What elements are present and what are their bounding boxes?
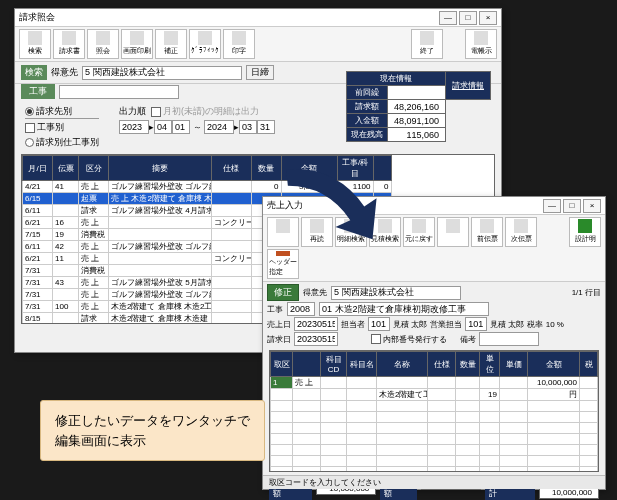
close-icon-2[interactable]: × xyxy=(583,199,601,213)
tb-graphic[interactable]: ｸﾞﾗﾌｨｯｸ xyxy=(189,29,221,59)
tb-print2[interactable]: 印字 xyxy=(223,29,255,59)
search-icon xyxy=(344,219,358,233)
col-header[interactable]: 仕様 xyxy=(211,156,251,181)
table-row[interactable] xyxy=(271,423,598,434)
callout-line2: 編集画面に表示 xyxy=(55,431,250,451)
filter-title: 請求先別 xyxy=(25,105,99,119)
titlebar-2[interactable]: 売上入力 — □ × xyxy=(263,197,605,215)
bill-date[interactable] xyxy=(294,332,338,346)
col-header[interactable]: 区分 xyxy=(79,156,109,181)
chk-output[interactable] xyxy=(151,107,161,117)
tb-invoice[interactable]: 請求書 xyxy=(53,29,85,59)
table-row[interactable] xyxy=(271,401,598,412)
tb2-reload[interactable]: 再読 xyxy=(301,217,333,247)
billing-link[interactable]: 請求情報 xyxy=(446,72,491,100)
radio-alt[interactable] xyxy=(25,138,34,147)
tb2-prev[interactable]: 前伝票 xyxy=(471,217,503,247)
customer-input[interactable] xyxy=(82,66,242,80)
sum-h1: 現在情報 xyxy=(346,72,445,86)
chk-billwork[interactable]: 請求別仕工事別 xyxy=(25,136,99,149)
sales-staff-code[interactable] xyxy=(465,317,487,331)
table-row[interactable] xyxy=(271,445,598,456)
table-row[interactable] xyxy=(271,434,598,445)
to-m[interactable] xyxy=(239,120,257,134)
col-header[interactable]: 数量 xyxy=(456,352,480,377)
status-bar-2: 取区コードを入力してください xyxy=(263,475,605,489)
tb-search[interactable]: 検索 xyxy=(19,29,51,59)
col-header[interactable]: 摘要 xyxy=(109,156,212,181)
tb-exit[interactable]: 終了 xyxy=(411,29,443,59)
attach-icon xyxy=(474,31,488,45)
edit-customer[interactable] xyxy=(331,286,461,300)
tb2-blank[interactable] xyxy=(267,217,299,247)
col-header[interactable]: 科目名 xyxy=(347,352,377,377)
table-row[interactable]: 1売 上10,000,000 xyxy=(271,377,598,389)
maximize-icon-2[interactable]: □ xyxy=(563,199,581,213)
to-y[interactable] xyxy=(204,120,234,134)
tb2-detailsearch[interactable]: 明細検索 xyxy=(335,217,367,247)
tb-edoc[interactable]: 電帳示 xyxy=(465,29,497,59)
edit-window: 売上入力 — □ × 再読 明細検索 見積検索 元に戻す 前伝票 次伝票 設計明… xyxy=(262,196,606,490)
to-d[interactable] xyxy=(257,120,275,134)
chk-internal[interactable] xyxy=(371,334,381,344)
tb2-design[interactable]: 設計明 xyxy=(569,217,601,247)
col-header[interactable]: 単位 xyxy=(480,352,500,377)
table-row[interactable]: 木造2階建て工事手打金19円 xyxy=(271,389,598,401)
col-header[interactable]: 取区 xyxy=(271,352,293,377)
work-name[interactable] xyxy=(319,302,489,316)
tb-print[interactable]: 画面印刷 xyxy=(121,29,153,59)
table-row[interactable]: 4/2141売 上ゴルフ練習場外壁改 ゴルフ練習場外壁改修工事05,500,00… xyxy=(23,181,494,193)
tb-inquiry[interactable]: 照会 xyxy=(87,29,119,59)
callout-line1: 修正したいデータをワンタッチで xyxy=(55,411,250,431)
from-y[interactable] xyxy=(119,120,149,134)
note-input[interactable] xyxy=(479,332,539,346)
from-m[interactable] xyxy=(154,120,172,134)
window2-title: 売上入力 xyxy=(267,199,541,212)
work-input[interactable] xyxy=(59,85,179,99)
col-header[interactable] xyxy=(293,352,321,377)
date-badge: 日締 xyxy=(246,65,274,80)
trans-date[interactable] xyxy=(294,317,338,331)
next-icon xyxy=(514,219,528,233)
doc-icon xyxy=(62,31,76,45)
exit-icon xyxy=(420,31,434,45)
tb-correct[interactable]: 補正 xyxy=(155,29,187,59)
staff-code[interactable] xyxy=(368,317,390,331)
col-header[interactable]: 月/日 xyxy=(23,156,53,181)
from-d[interactable] xyxy=(172,120,190,134)
col-header[interactable]: 伝票 xyxy=(53,156,79,181)
reload-icon xyxy=(310,219,324,233)
work-code[interactable] xyxy=(287,302,315,316)
callout-box: 修正したいデータをワンタッチで 編集画面に表示 xyxy=(40,400,265,461)
chart-icon xyxy=(198,31,212,45)
date-range: ▸ ～ ▸ xyxy=(119,120,275,134)
tb2-undo[interactable]: 元に戻す xyxy=(403,217,435,247)
table-row[interactable] xyxy=(271,467,598,473)
col-header[interactable]: 金額 xyxy=(528,352,580,377)
titlebar-1[interactable]: 請求照会 — □ × xyxy=(15,9,501,27)
col-header[interactable]: 金額 xyxy=(281,156,337,181)
minimize-icon-2[interactable]: — xyxy=(543,199,561,213)
col-header[interactable]: 名称 xyxy=(377,352,428,377)
maximize-icon[interactable]: □ xyxy=(459,11,477,25)
chk-workwise[interactable]: 工事別 xyxy=(25,121,99,134)
minimize-icon[interactable]: — xyxy=(439,11,457,25)
col-header[interactable]: 税 xyxy=(580,352,598,377)
table-row[interactable] xyxy=(271,412,598,423)
col-header[interactable]: 仕様 xyxy=(428,352,456,377)
printer-icon xyxy=(232,31,246,45)
summary-box: 現在情報請求情報 前回繰 請求額48,206,160 入金額48,091,100… xyxy=(346,71,491,142)
radio-customer[interactable] xyxy=(25,107,34,116)
tb2-header[interactable]: ヘッダー指定 xyxy=(267,249,299,279)
col-header[interactable]: 数量 xyxy=(251,156,281,181)
col-header[interactable]: 単価 xyxy=(500,352,528,377)
table-row[interactable] xyxy=(271,456,598,467)
col-header[interactable]: 科目CD xyxy=(321,352,347,377)
tb2-next[interactable]: 次伝票 xyxy=(505,217,537,247)
close-icon[interactable]: × xyxy=(479,11,497,25)
toolbar-2: 再読 明細検索 見積検索 元に戻す 前伝票 次伝票 設計明 ヘッダー指定 xyxy=(263,215,605,282)
tb2-estsearch[interactable]: 見積検索 xyxy=(369,217,401,247)
col-header[interactable]: 工事/科目 xyxy=(337,156,373,181)
tb2-recalc[interactable] xyxy=(437,217,469,247)
detail-grid[interactable]: 取区科目CD科目名名称仕様数量単位単価金額税 1売 上10,000,000木造2… xyxy=(269,350,599,472)
